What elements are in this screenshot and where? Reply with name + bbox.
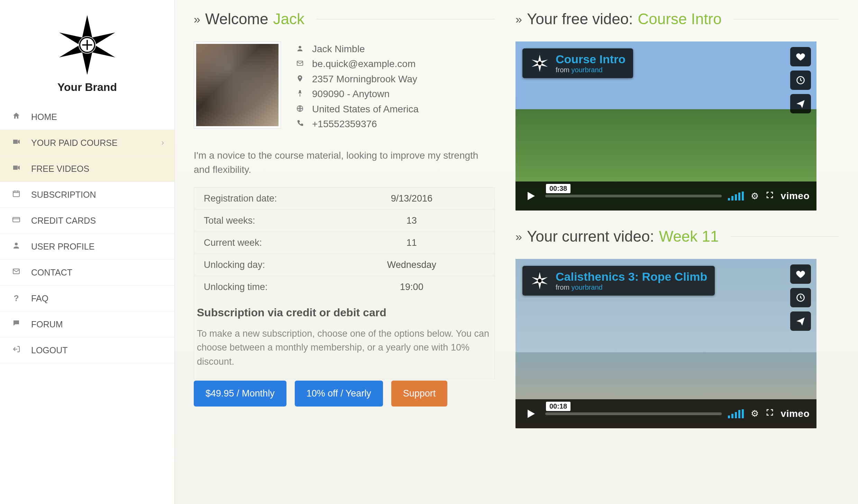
mail-icon xyxy=(295,56,305,71)
row-key: Unlocking time: xyxy=(204,282,339,292)
sidebar-item-contact[interactable]: CONTACT xyxy=(0,260,174,286)
globe-icon xyxy=(295,102,305,116)
main-content: » Welcome Jack Jack Nimble be.quick@exam… xyxy=(175,0,858,504)
play-button[interactable] xyxy=(522,405,539,422)
provider-logo[interactable]: vimeo xyxy=(781,408,810,419)
map-pin-icon xyxy=(295,72,305,86)
sidebar-item-logout[interactable]: LOGOUT xyxy=(0,337,174,363)
fullscreen-button[interactable] xyxy=(766,191,774,202)
user-icon xyxy=(10,241,22,252)
profile-phone-row: +15552359376 xyxy=(295,116,419,131)
welcome-heading: » Welcome Jack xyxy=(194,10,495,28)
sidebar-item-label: CONTACT xyxy=(31,268,72,278)
video-from-brand[interactable]: yourbrand xyxy=(572,66,603,74)
current-video-heading-prefix: Your current video: xyxy=(527,228,654,245)
sidebar-item-label: FORUM xyxy=(31,319,63,329)
sidebar-item-label: HOME xyxy=(31,112,57,122)
chat-icon xyxy=(10,319,22,329)
video-right-controls: ⚙ vimeo xyxy=(728,190,810,202)
like-button[interactable] xyxy=(790,47,811,66)
current-video-player[interactable]: Calisthenics 3: Rope Climb from yourbran… xyxy=(515,259,816,428)
seek-bar[interactable] xyxy=(545,195,722,197)
question-icon: ? xyxy=(10,293,22,303)
sidebar-item-user-profile[interactable]: USER PROFILE xyxy=(0,234,174,260)
sidebar-item-label: FAQ xyxy=(31,293,48,304)
volume-icon[interactable] xyxy=(728,192,744,200)
settings-button[interactable]: ⚙ xyxy=(751,191,759,202)
table-row: Total weeks:13 xyxy=(194,210,494,232)
row-key: Registration date: xyxy=(204,193,339,204)
sidebar-item-faq[interactable]: ? FAQ xyxy=(0,286,174,311)
sidebar-item-home[interactable]: HOME xyxy=(0,104,174,130)
sidebar-item-label: CREDIT CARDS xyxy=(31,216,96,226)
phone-icon xyxy=(295,116,305,131)
brand-mini-logo-icon xyxy=(530,54,549,73)
video-timestamp: 00:18 xyxy=(546,402,571,411)
video-timestamp: 00:38 xyxy=(546,184,571,193)
watch-later-button[interactable] xyxy=(790,288,811,307)
profile-address-row: 2357 Morningbrook Way xyxy=(295,72,419,86)
sidebar-item-free-videos[interactable]: FREE VIDEOS xyxy=(0,156,174,182)
volume-icon[interactable] xyxy=(728,409,744,418)
row-key: Unlocking day: xyxy=(204,260,339,270)
profile-info-list: Jack Nimble be.quick@example.com 2357 Mo… xyxy=(295,41,419,131)
support-button[interactable]: Support xyxy=(391,381,448,407)
table-row: Current week:11 xyxy=(194,232,494,254)
profile-country-row: United States of America xyxy=(295,102,419,116)
profile-email-row: be.quick@example.com xyxy=(295,56,419,71)
video-title[interactable]: Course Intro xyxy=(556,53,626,66)
seek-bar[interactable] xyxy=(545,412,722,415)
watch-later-button[interactable] xyxy=(790,71,811,90)
chevrons-icon: » xyxy=(194,12,200,26)
row-key: Total weeks: xyxy=(204,215,339,226)
sidebar-item-subscription[interactable]: SUBSCRIPTION xyxy=(0,182,174,208)
subscription-buttons: $49.95 / Monthly 10% off / Yearly Suppor… xyxy=(194,379,495,407)
sidebar-item-forum[interactable]: FORUM xyxy=(0,311,174,337)
settings-button[interactable]: ⚙ xyxy=(751,408,759,419)
chevrons-icon: » xyxy=(515,230,522,243)
sidebar-item-label: YOUR PAID COURSE xyxy=(31,138,118,148)
sidebar-nav: HOME YOUR PAID COURSE › FREE VIDEOS SUBS… xyxy=(0,104,174,363)
monthly-button[interactable]: $49.95 / Monthly xyxy=(194,381,286,407)
svg-point-8 xyxy=(299,46,301,48)
credit-card-icon xyxy=(10,215,22,226)
share-button[interactable] xyxy=(790,94,811,113)
profile-bio: I'm a novice to the course material, loo… xyxy=(194,149,495,177)
chevron-right-icon: › xyxy=(162,138,164,147)
video-title-box: Calisthenics 3: Rope Climb from yourbran… xyxy=(522,266,715,296)
yearly-button[interactable]: 10% off / Yearly xyxy=(295,381,383,407)
profile-name-row: Jack Nimble xyxy=(295,41,419,56)
like-button[interactable] xyxy=(790,264,811,284)
sidebar-item-paid-course[interactable]: YOUR PAID COURSE › xyxy=(0,130,174,156)
fullscreen-button[interactable] xyxy=(766,408,774,419)
videos-column: » Your free video: Course Intro Course I… xyxy=(515,10,839,494)
sidebar: Your Brand HOME YOUR PAID COURSE › FREE … xyxy=(0,0,175,504)
current-video-heading: » Your current video: Week 11 xyxy=(515,228,839,245)
video-icon xyxy=(10,138,22,148)
row-value: 11 xyxy=(339,237,485,248)
row-value: Wednesday xyxy=(339,260,485,270)
brand-logo-icon xyxy=(7,14,167,77)
provider-logo[interactable]: vimeo xyxy=(781,190,810,202)
welcome-username: Jack xyxy=(273,10,304,28)
share-button[interactable] xyxy=(790,311,811,331)
sidebar-item-credit-cards[interactable]: CREDIT CARDS xyxy=(0,208,174,234)
free-video-player[interactable]: Course Intro from yourbrand 00:38 ⚙ xyxy=(515,41,816,211)
free-video-heading-prefix: Your free video: xyxy=(527,10,633,28)
video-title[interactable]: Calisthenics 3: Rope Climb xyxy=(556,270,707,283)
sidebar-item-label: FREE VIDEOS xyxy=(31,164,89,174)
subscription-heading: Subscription via credit or debit card xyxy=(194,298,494,323)
avatar xyxy=(194,41,281,129)
video-controls: 00:18 ⚙ vimeo xyxy=(515,399,816,428)
video-from-brand[interactable]: yourbrand xyxy=(572,283,603,291)
table-row: Registration date:9/13/2016 xyxy=(194,188,494,210)
subscription-description: To make a new subscription, choose one o… xyxy=(194,323,494,379)
brand-name: Your Brand xyxy=(7,81,167,94)
row-value: 19:00 xyxy=(339,282,485,292)
video-controls: 00:38 ⚙ vimeo xyxy=(515,181,816,211)
home-icon xyxy=(10,112,22,122)
play-button[interactable] xyxy=(522,188,539,204)
video-from: from yourbrand xyxy=(556,283,707,291)
profile-address: 2357 Morningbrook Way xyxy=(312,72,417,86)
sidebar-item-label: USER PROFILE xyxy=(31,242,94,252)
